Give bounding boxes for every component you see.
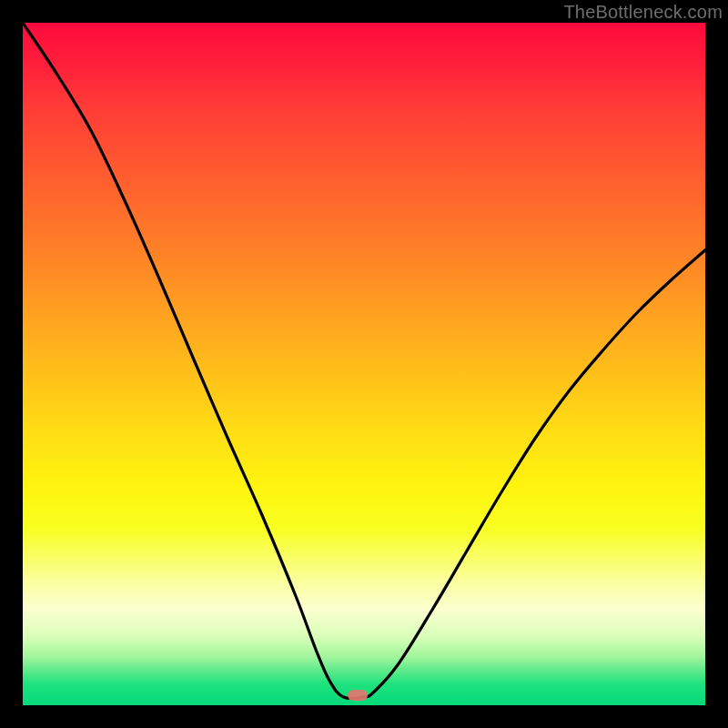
chart-stage: TheBottleneck.com xyxy=(0,0,728,728)
watermark-text: TheBottleneck.com xyxy=(563,2,723,23)
minimum-marker xyxy=(348,690,368,701)
plot-area xyxy=(23,23,705,705)
bottleneck-curve xyxy=(23,23,705,705)
